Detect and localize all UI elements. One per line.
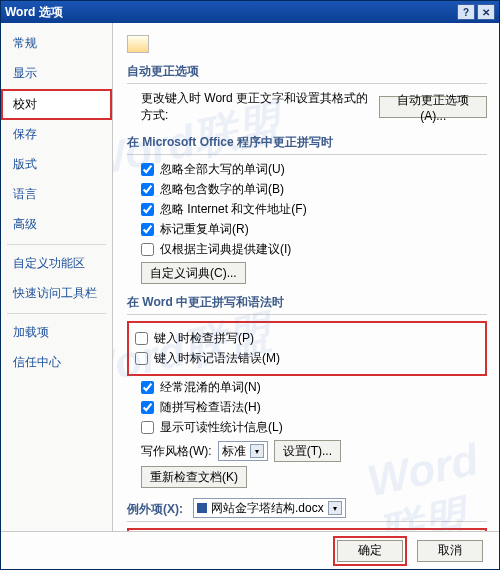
highlight-spellgrammar: 键入时检查拼写(P) 键入时标记语法错误(M) [127, 321, 487, 376]
help-button[interactable]: ? [457, 4, 475, 20]
close-button[interactable]: ✕ [477, 4, 495, 20]
nav-trust-center[interactable]: 信任中心 [1, 348, 112, 378]
chk-mark-grammar[interactable]: 键入时标记语法错误(M) [135, 350, 481, 367]
exceptions-label: 例外项(X): [127, 502, 183, 516]
chk-check-spelling[interactable]: 键入时检查拼写(P) [135, 330, 481, 347]
cancel-button[interactable]: 取消 [417, 540, 483, 562]
word-options-window: Word 选项 ? ✕ 常规 显示 校对 保存 版式 语言 高级 自定义功能区 … [0, 0, 500, 570]
window-title: Word 选项 [5, 4, 455, 21]
recheck-row: 重新检查文档(K) [141, 466, 487, 488]
autocorrect-options-button[interactable]: 自动更正选项(A)... [379, 96, 487, 118]
writing-style-row: 写作风格(W): 标准 ▾ 设置(T)... [141, 440, 487, 462]
exceptions-value: 网站金字塔结构.docx [211, 500, 324, 517]
section-office-spelling: 在 Microsoft Office 程序中更正拼写时 [127, 134, 487, 155]
ok-button[interactable]: 确定 [337, 540, 403, 562]
chk-ignore-internet-box[interactable] [141, 203, 154, 216]
custom-dictionaries-button[interactable]: 自定义词典(C)... [141, 262, 246, 284]
titlebar: Word 选项 ? ✕ [1, 1, 499, 23]
nav-divider [7, 313, 106, 314]
chk-confused-words-box[interactable] [141, 381, 154, 394]
autocorrect-label: 更改键入时 Word 更正文字和设置其格式的方式: [141, 90, 373, 124]
exceptions-select[interactable]: 网站金字塔结构.docx ▾ [193, 498, 346, 518]
writing-style-select[interactable]: 标准 ▾ [218, 441, 268, 461]
abc-icon [127, 35, 149, 53]
sidebar: 常规 显示 校对 保存 版式 语言 高级 自定义功能区 快速访问工具栏 加载项 … [1, 23, 113, 531]
chk-confused-words[interactable]: 经常混淆的单词(N) [141, 379, 487, 396]
chk-check-spelling-box[interactable] [135, 332, 148, 345]
chk-ignore-numbers-box[interactable] [141, 183, 154, 196]
header-icon-row [127, 35, 487, 53]
chk-ignore-uppercase[interactable]: 忽略全部大写的单词(U) [141, 161, 487, 178]
nav-display[interactable]: 显示 [1, 59, 112, 89]
word-doc-icon [197, 503, 207, 513]
chk-grammar-with-spelling-box[interactable] [141, 401, 154, 414]
dialog-footer: 确定 取消 [1, 531, 499, 569]
chk-readability-stats-box[interactable] [141, 421, 154, 434]
chk-ignore-uppercase-box[interactable] [141, 163, 154, 176]
content-panel[interactable]: Word联盟 Word联盟 Word联盟 自动更正选项 更改键入时 Word 更… [113, 23, 499, 531]
chk-grammar-with-spelling[interactable]: 随拼写检查语法(H) [141, 399, 487, 416]
chevron-down-icon: ▾ [250, 444, 264, 458]
chk-flag-repeated[interactable]: 标记重复单词(R) [141, 221, 487, 238]
autocorrect-row: 更改键入时 Word 更正文字和设置其格式的方式: 自动更正选项(A)... [141, 90, 487, 124]
section-exceptions: 例外项(X): 网站金字塔结构.docx ▾ [127, 498, 487, 522]
recheck-document-button[interactable]: 重新检查文档(K) [141, 466, 247, 488]
chk-main-dict-only-box[interactable] [141, 243, 154, 256]
chk-flag-repeated-box[interactable] [141, 223, 154, 236]
chevron-down-icon: ▾ [328, 501, 342, 515]
chk-ignore-internet[interactable]: 忽略 Internet 和文件地址(F) [141, 201, 487, 218]
writing-style-label: 写作风格(W): [141, 443, 212, 460]
nav-layout[interactable]: 版式 [1, 150, 112, 180]
section-autocorrect: 自动更正选项 [127, 63, 487, 84]
nav-advanced[interactable]: 高级 [1, 210, 112, 240]
chk-main-dict-only[interactable]: 仅根据主词典提供建议(I) [141, 241, 487, 258]
dialog-body: 常规 显示 校对 保存 版式 语言 高级 自定义功能区 快速访问工具栏 加载项 … [1, 23, 499, 531]
custom-dict-row: 自定义词典(C)... [141, 262, 487, 284]
chk-readability-stats[interactable]: 显示可读性统计信息(L) [141, 419, 487, 436]
nav-quick-access[interactable]: 快速访问工具栏 [1, 279, 112, 309]
highlight-ok: 确定 [333, 536, 407, 566]
nav-save[interactable]: 保存 [1, 120, 112, 150]
writing-style-settings-button[interactable]: 设置(T)... [274, 440, 341, 462]
chk-ignore-numbers[interactable]: 忽略包含数字的单词(B) [141, 181, 487, 198]
nav-divider [7, 244, 106, 245]
nav-addins[interactable]: 加载项 [1, 318, 112, 348]
nav-proofing[interactable]: 校对 [1, 89, 112, 120]
section-word-spelling: 在 Word 中更正拼写和语法时 [127, 294, 487, 315]
nav-general[interactable]: 常规 [1, 29, 112, 59]
chk-mark-grammar-box[interactable] [135, 352, 148, 365]
nav-language[interactable]: 语言 [1, 180, 112, 210]
nav-customize-ribbon[interactable]: 自定义功能区 [1, 249, 112, 279]
highlight-hide-errors: 只隐藏此文档中的拼写错误(S) 只隐藏此文档中的语法错误(D) [127, 528, 487, 531]
writing-style-value: 标准 [222, 443, 246, 460]
